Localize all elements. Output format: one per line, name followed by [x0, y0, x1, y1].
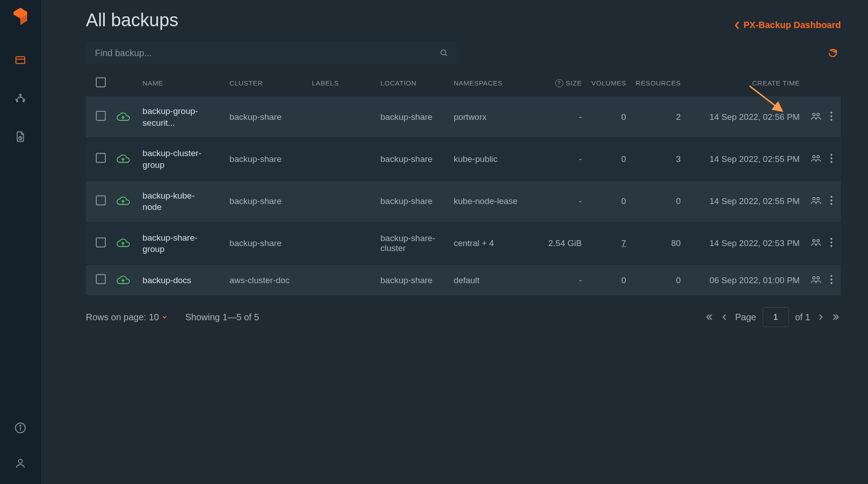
volumes-link[interactable]: 7: [621, 238, 626, 248]
size-cell: -: [532, 96, 586, 138]
col-location[interactable]: Location: [376, 72, 449, 96]
resources-cell: 3: [631, 138, 685, 180]
page-input[interactable]: [763, 307, 789, 327]
kebab-menu-button[interactable]: [828, 195, 835, 205]
row-checkbox[interactable]: [96, 111, 106, 121]
share-icon[interactable]: [810, 154, 822, 163]
pager: Page of 1: [704, 307, 841, 327]
backup-name[interactable]: backup-group-securit...: [142, 105, 206, 128]
svg-point-24: [830, 196, 832, 198]
first-page-button[interactable]: [704, 311, 714, 323]
svg-line-11: [445, 54, 447, 56]
svg-point-20: [830, 157, 832, 159]
share-icon[interactable]: [810, 112, 822, 121]
cluster-cell: backup-share: [225, 180, 307, 223]
refresh-button[interactable]: [825, 45, 841, 61]
share-icon[interactable]: [810, 238, 822, 247]
kebab-menu-button[interactable]: [828, 237, 835, 247]
rows-on-page-label: Rows on page:: [86, 312, 146, 323]
svg-point-30: [830, 242, 832, 243]
backup-name[interactable]: backup-share-group: [142, 232, 206, 255]
row-checkbox[interactable]: [96, 274, 106, 284]
cluster-cell: aws-cluster-doc: [225, 265, 307, 296]
backup-name[interactable]: backup-kube-node: [142, 190, 206, 213]
col-labels[interactable]: Labels: [307, 72, 376, 96]
svg-point-35: [830, 279, 832, 280]
row-checkbox[interactable]: [96, 237, 106, 247]
location-cell: backup-share-cluster: [376, 223, 449, 265]
row-checkbox[interactable]: [96, 195, 106, 205]
svg-point-26: [830, 203, 832, 205]
share-icon[interactable]: [810, 275, 822, 284]
table-row: backup-docsaws-cluster-docbackup-sharede…: [86, 265, 841, 296]
svg-point-9: [18, 459, 22, 463]
sidebar-dashboard-icon[interactable]: [13, 53, 28, 68]
namespaces-cell: central + 4: [449, 223, 531, 265]
user-icon[interactable]: [13, 456, 28, 470]
sidebar: [0, 0, 41, 484]
svg-point-15: [830, 115, 832, 117]
col-volumes[interactable]: Volumes: [586, 72, 631, 96]
info-icon[interactable]: [13, 421, 28, 435]
svg-point-21: [830, 161, 832, 163]
svg-point-29: [830, 238, 832, 240]
namespaces-cell: kube-node-lease: [449, 180, 531, 223]
sidebar-clusters-icon[interactable]: [13, 91, 28, 106]
svg-point-16: [830, 119, 832, 121]
dashboard-link[interactable]: PX-Backup Dashboard: [734, 20, 841, 30]
cloud-upload-icon: [115, 195, 134, 207]
svg-rect-0: [16, 57, 25, 63]
svg-point-23: [817, 198, 820, 200]
cloud-upload-icon: [115, 111, 134, 123]
backup-name[interactable]: backup-cluster-group: [142, 147, 206, 171]
col-create-time[interactable]: Create Time: [685, 72, 804, 96]
search-wrap: [86, 42, 457, 64]
svg-point-12: [813, 113, 816, 116]
col-name[interactable]: Name: [138, 72, 225, 96]
labels-cell: [307, 138, 376, 180]
backup-name[interactable]: backup-docs: [142, 275, 206, 286]
next-page-button[interactable]: [816, 311, 825, 323]
col-resources[interactable]: Resources: [631, 72, 685, 96]
svg-point-10: [441, 50, 446, 55]
last-page-button[interactable]: [831, 311, 841, 323]
page-title: All backups: [86, 10, 179, 30]
size-cell: 2.54 GiB: [532, 223, 586, 265]
svg-point-28: [817, 240, 820, 242]
location-cell: backup-share: [376, 265, 449, 296]
prev-page-button[interactable]: [721, 311, 729, 323]
rows-on-page-selector[interactable]: Rows on page: 10: [86, 312, 167, 323]
col-namespaces[interactable]: Namespaces: [449, 72, 531, 96]
select-all-checkbox[interactable]: [96, 77, 106, 87]
main-content: All backups PX-Backup Dashboard Name Clu…: [41, 0, 868, 484]
share-icon[interactable]: [810, 196, 822, 205]
resources-cell: 0: [631, 265, 685, 296]
namespaces-cell: kube-public: [449, 138, 531, 180]
volumes-cell: 0: [586, 265, 631, 296]
svg-point-27: [813, 240, 816, 242]
sidebar-backups-icon[interactable]: [13, 129, 28, 144]
of-pages: of 1: [795, 312, 810, 323]
svg-point-34: [830, 275, 832, 277]
volumes-cell: 0: [586, 138, 631, 180]
kebab-menu-button[interactable]: [828, 275, 835, 285]
col-cluster[interactable]: Cluster: [225, 72, 307, 96]
cloud-upload-icon: [115, 237, 134, 249]
cluster-cell: backup-share: [225, 138, 307, 180]
portworx-logo-icon: [12, 5, 29, 32]
svg-point-13: [817, 113, 820, 116]
svg-point-31: [830, 245, 832, 247]
svg-point-32: [813, 276, 816, 279]
help-icon[interactable]: ?: [555, 79, 563, 87]
svg-point-2: [19, 94, 21, 96]
row-checkbox[interactable]: [96, 153, 106, 163]
search-input[interactable]: [86, 42, 457, 64]
labels-cell: [307, 96, 376, 138]
location-cell: backup-share: [376, 180, 449, 223]
svg-point-36: [830, 282, 832, 284]
col-size[interactable]: ? Size: [532, 72, 586, 96]
chevron-down-icon: [162, 315, 167, 319]
kebab-menu-button[interactable]: [828, 153, 835, 163]
table-row: backup-group-securit...backup-sharebacku…: [86, 96, 841, 138]
kebab-menu-button[interactable]: [828, 111, 835, 121]
